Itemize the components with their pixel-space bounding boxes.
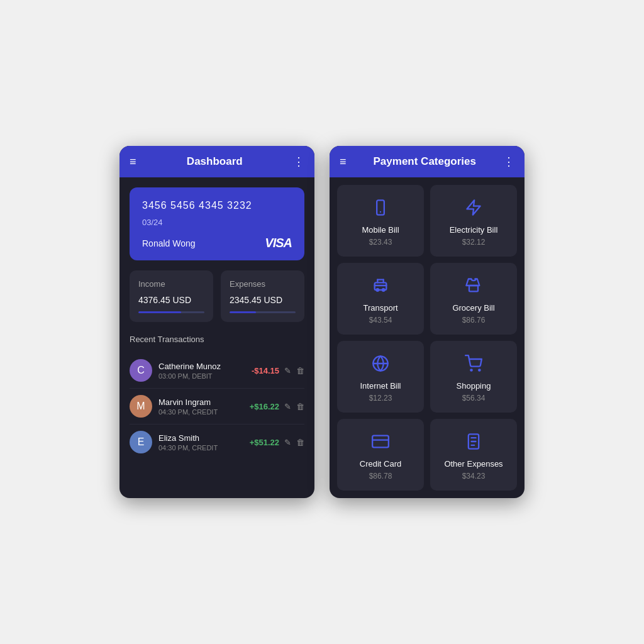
avatar: E [130, 431, 152, 453]
category-card-internet[interactable]: Internet Bill $12.23 [337, 341, 424, 413]
transaction-amount: +$51.22 [250, 438, 279, 447]
transaction-item: E Eliza Smith 04:30 PM, CREDIT +$51.22 ✎… [130, 425, 304, 460]
svg-point-13 [470, 369, 472, 370]
expenses-label: Expenses [230, 279, 296, 289]
grocery-icon [465, 277, 482, 297]
category-card-shopping[interactable]: Shopping $56.34 [430, 341, 517, 413]
category-amount-shopping: $56.34 [462, 394, 486, 402]
category-amount-electricity: $32.12 [462, 238, 486, 247]
dashboard-body: 3456 5456 4345 3232 03/24 Ronald Wong VI… [119, 177, 314, 470]
category-name-mobile: Mobile Bill [362, 225, 399, 235]
svg-rect-10 [469, 286, 478, 291]
income-bar-fill [138, 311, 181, 313]
edit-icon[interactable]: ✎ [284, 438, 291, 447]
card-holder-name: Ronald Wong [142, 238, 196, 248]
more-icon[interactable]: ⋮ [293, 155, 304, 169]
card-footer: Ronald Wong VISA [142, 236, 292, 250]
other-icon [465, 433, 482, 453]
transaction-time: 04:30 PM, CREDIT [158, 444, 250, 452]
transaction-name: Catherine Munoz [158, 362, 252, 371]
delete-icon[interactable]: 🗑 [296, 438, 304, 447]
category-amount-grocery: $86.76 [462, 316, 486, 325]
delete-icon[interactable]: 🗑 [296, 402, 304, 411]
category-card-transport[interactable]: Transport $43.54 [337, 263, 424, 335]
internet-icon [372, 355, 389, 375]
transaction-name: Eliza Smith [158, 433, 250, 443]
category-name-electricity: Electricity Bill [450, 225, 498, 235]
category-amount-internet: $12.23 [369, 394, 392, 402]
income-card: Income 4376.45 USD [130, 270, 213, 322]
category-name-grocery: Grocery Bill [452, 303, 494, 313]
electricity-icon [465, 199, 482, 219]
screen-container: ≡ Dashboard ⋮ 3456 5456 4345 3232 03/24 … [101, 127, 543, 517]
svg-marker-2 [467, 200, 480, 214]
mobile-icon [372, 199, 389, 219]
categories-more-icon[interactable]: ⋮ [503, 155, 514, 169]
transport-icon [372, 277, 389, 297]
categories-body: Mobile Bill $23.43 Electricity Bill $32.… [330, 177, 525, 498]
transaction-amount: +$16.22 [250, 402, 279, 411]
transaction-info: Eliza Smith 04:30 PM, CREDIT [158, 433, 250, 452]
categories-menu-icon[interactable]: ≡ [340, 155, 347, 169]
transaction-time: 04:30 PM, CREDIT [158, 408, 250, 416]
delete-icon[interactable]: 🗑 [296, 366, 304, 375]
credit-icon [372, 433, 389, 453]
shopping-icon [465, 355, 482, 375]
category-card-mobile[interactable]: Mobile Bill $23.43 [337, 185, 424, 257]
income-value: 4376.45 USD [138, 295, 204, 305]
card-expiry: 03/24 [142, 218, 292, 227]
transaction-actions[interactable]: ✎ 🗑 [284, 366, 304, 375]
categories-topbar: ≡ Payment Categories ⋮ [330, 146, 525, 177]
categories-title: Payment Categories [347, 155, 503, 168]
edit-icon[interactable]: ✎ [284, 402, 291, 411]
transaction-name: Marvin Ingram [158, 397, 250, 407]
transaction-info: Marvin Ingram 04:30 PM, CREDIT [158, 397, 250, 416]
category-amount-credit: $86.78 [369, 472, 392, 480]
category-name-internet: Internet Bill [360, 381, 401, 391]
category-name-credit: Credit Card [360, 459, 401, 469]
category-amount-transport: $43.54 [369, 316, 392, 325]
avatar-initial: C [137, 365, 145, 376]
dashboard-screen: ≡ Dashboard ⋮ 3456 5456 4345 3232 03/24 … [119, 146, 314, 498]
income-label: Income [138, 279, 204, 289]
edit-icon[interactable]: ✎ [284, 366, 291, 375]
transaction-time: 03:00 PM, DEBIT [158, 372, 252, 380]
categories-grid: Mobile Bill $23.43 Electricity Bill $32.… [337, 185, 517, 491]
transaction-actions[interactable]: ✎ 🗑 [284, 438, 304, 447]
income-bar [138, 311, 204, 313]
category-amount-other: $34.23 [462, 472, 486, 480]
dashboard-topbar: ≡ Dashboard ⋮ [119, 146, 314, 177]
avatar-initial: E [138, 436, 145, 448]
category-card-electricity[interactable]: Electricity Bill $32.12 [430, 185, 517, 257]
category-name-other: Other Expenses [444, 459, 502, 469]
transaction-actions[interactable]: ✎ 🗑 [284, 402, 304, 411]
category-name-transport: Transport [363, 303, 397, 313]
category-name-shopping: Shopping [457, 381, 491, 391]
transaction-info: Catherine Munoz 03:00 PM, DEBIT [158, 362, 252, 380]
card-number: 3456 5456 4345 3232 [142, 200, 292, 211]
dashboard-title: Dashboard [136, 155, 293, 168]
menu-icon[interactable]: ≡ [130, 155, 136, 169]
transaction-amount: -$14.15 [252, 366, 279, 375]
category-card-other[interactable]: Other Expenses $34.23 [430, 419, 517, 491]
expenses-value: 2345.45 USD [230, 295, 296, 305]
category-amount-mobile: $23.43 [369, 238, 392, 247]
visa-card: 3456 5456 4345 3232 03/24 Ronald Wong VI… [130, 187, 304, 260]
category-card-credit[interactable]: Credit Card $86.78 [337, 419, 424, 491]
stats-row: Income 4376.45 USD Expenses 2345.45 USD [130, 270, 304, 322]
transactions-title: Recent Transactions [130, 335, 304, 344]
transaction-item: M Marvin Ingram 04:30 PM, CREDIT +$16.22… [130, 389, 304, 425]
expenses-bar [230, 311, 296, 313]
visa-logo: VISA [265, 236, 292, 250]
avatar-initial: M [136, 401, 145, 412]
transaction-item: C Catherine Munoz 03:00 PM, DEBIT -$14.1… [130, 353, 304, 389]
transactions-list: C Catherine Munoz 03:00 PM, DEBIT -$14.1… [130, 353, 304, 460]
expenses-card: Expenses 2345.45 USD [221, 270, 304, 322]
avatar: C [130, 359, 152, 382]
avatar: M [130, 395, 152, 418]
expenses-bar-fill [230, 311, 256, 313]
svg-rect-15 [372, 436, 389, 448]
svg-point-14 [479, 369, 480, 370]
categories-screen: ≡ Payment Categories ⋮ Mobile Bill $23.4… [330, 146, 525, 498]
category-card-grocery[interactable]: Grocery Bill $86.76 [430, 263, 517, 335]
